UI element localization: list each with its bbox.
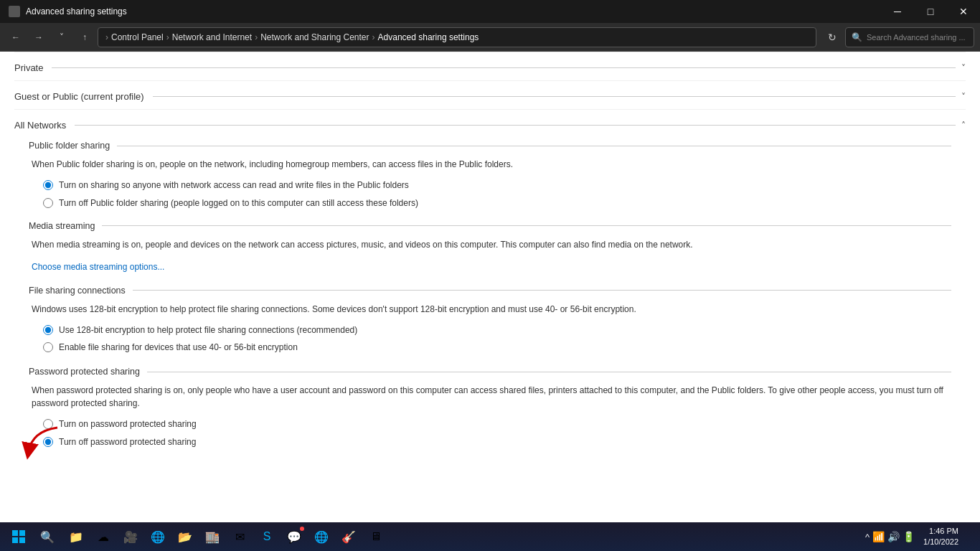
guest-chevron-icon: ˅ [961, 92, 966, 102]
taskbar-clock[interactable]: 1:46 PM 1/10/2022 [923, 526, 964, 548]
public-folder-radio-2[interactable] [43, 198, 53, 208]
window-title: Advanced sharing settings [26, 6, 127, 17]
public-folder-label-1: Turn on sharing so anyone with network a… [59, 179, 409, 192]
svg-rect-1 [12, 530, 18, 536]
taskbar-chrome2-icon[interactable]: 🎸 [336, 524, 362, 550]
password-protected-label-1: Turn on password protected sharing [59, 418, 197, 430]
taskbar-mail-icon[interactable]: ✉ [227, 524, 253, 550]
taskbar-search-button[interactable]: 🔍 [34, 524, 60, 550]
public-folder-option-1: Turn on sharing so anyone with network a… [43, 179, 951, 192]
path-current: Advanced sharing settings [378, 32, 479, 42]
minimize-button[interactable]: ─ [881, 0, 914, 23]
guest-section-line [153, 96, 956, 97]
system-tray: ^ 📶 🔊 🔋 [861, 531, 919, 542]
all-networks-line [75, 125, 956, 126]
tray-expand-icon[interactable]: ^ [865, 532, 870, 542]
maximize-button[interactable]: □ [914, 0, 947, 23]
file-sharing-radio-1[interactable] [43, 325, 53, 335]
password-protected-line [147, 372, 951, 372]
password-protected-option-2: Turn off password protected sharing [43, 436, 951, 448]
taskbar-chrome-icon[interactable]: 🌐 [308, 524, 334, 550]
taskbar-onedrive-icon[interactable]: ☁ [90, 524, 116, 550]
file-sharing-label-1: Use 128-bit encryption to help protect f… [59, 324, 357, 336]
address-bar: ← → ˅ ↑ › Control Panel › Network and In… [0, 23, 980, 52]
password-protected-label-2: Turn off password protected sharing [59, 436, 196, 448]
search-placeholder: Search Advanced sharing ... [867, 33, 966, 42]
file-sharing-radio-2[interactable] [43, 342, 53, 352]
network-icon[interactable]: 📶 [872, 531, 885, 542]
taskbar-skype-icon[interactable]: S [254, 524, 280, 550]
taskbar-whatsapp-icon[interactable]: 💬 [281, 524, 307, 550]
guest-section-title: Guest or Public (current profile) [14, 91, 144, 102]
window-controls: ─ □ ✕ [881, 0, 980, 23]
path-separator-3: › [372, 32, 375, 42]
password-protected-radio-1[interactable] [43, 419, 53, 429]
taskbar-system-icon[interactable]: 🖥 [363, 524, 389, 550]
guest-section-header[interactable]: Guest or Public (current profile) ˅ [14, 80, 966, 109]
all-networks-content: Public folder sharing When Public folder… [14, 141, 966, 466]
private-section-header[interactable]: Private ˅ [14, 52, 966, 80]
taskbar: 🔍 📁 ☁ 🎥 🌐 📂 🏬 ✉ S 💬 🌐 🎸 🖥 ^ 📶 🔊 🔋 1:46 P… [0, 522, 980, 551]
taskbar-apps: 📁 ☁ 🎥 🌐 📂 🏬 ✉ S 💬 🌐 🎸 🖥 [63, 524, 389, 550]
taskbar-right: ^ 📶 🔊 🔋 1:46 PM 1/10/2022 [861, 524, 974, 550]
file-sharing-option-1: Use 128-bit encryption to help protect f… [43, 324, 951, 336]
svg-rect-2 [19, 530, 25, 536]
media-streaming-description: When media streaming is on, people and d… [29, 238, 951, 251]
path-separator-1: › [166, 32, 169, 42]
close-button[interactable]: ✕ [947, 0, 980, 23]
dropdown-button[interactable]: ˅ [52, 27, 72, 47]
media-streaming-link[interactable]: Choose media streaming options... [32, 262, 164, 272]
refresh-button[interactable]: ↻ [822, 27, 842, 47]
private-chevron-icon: ˅ [961, 63, 966, 73]
search-box[interactable]: 🔍 Search Advanced sharing ... [845, 27, 974, 47]
path-network-sharing[interactable]: Network and Sharing Center [260, 32, 369, 42]
password-protected-radio-2[interactable] [43, 437, 53, 447]
public-folder-radio-1[interactable] [43, 180, 53, 190]
title-bar: Advanced sharing settings ─ □ ✕ [0, 0, 980, 23]
file-sharing-option-2: Enable file sharing for devices that use… [43, 342, 951, 354]
file-sharing-line [133, 290, 951, 291]
start-button[interactable] [6, 524, 32, 550]
public-folder-line [117, 146, 951, 146]
password-protected-subsection-header: Password protected sharing [29, 367, 951, 377]
app-icon [9, 6, 20, 17]
windows-logo-icon [12, 530, 25, 543]
public-folder-description: When Public folder sharing is on, people… [29, 158, 951, 171]
show-desktop-button[interactable] [969, 524, 974, 550]
file-sharing-label-2: Enable file sharing for devices that use… [59, 342, 298, 354]
taskbar-date-value: 1/10/2022 [923, 537, 958, 547]
file-sharing-description: Windows uses 128-bit encryption to help … [29, 303, 951, 316]
battery-icon[interactable]: 🔋 [903, 531, 915, 542]
taskbar-store-icon[interactable]: 🏬 [199, 524, 225, 550]
path-network-internet[interactable]: Network and Internet [172, 32, 252, 42]
taskbar-explorer-icon[interactable]: 📁 [63, 524, 89, 550]
media-streaming-title: Media streaming [29, 221, 95, 231]
media-streaming-line [102, 225, 951, 226]
back-button[interactable]: ← [6, 27, 26, 47]
public-folder-subsection-header: Public folder sharing [29, 141, 951, 151]
file-sharing-subsection-header: File sharing connections [29, 286, 951, 296]
up-button[interactable]: ↑ [75, 27, 95, 47]
password-protected-description: When password protected sharing is on, o… [29, 384, 951, 410]
path-control-panel[interactable]: Control Panel [111, 32, 164, 42]
taskbar-edge-icon[interactable]: 🌐 [145, 524, 171, 550]
path-separator-2: › [255, 32, 258, 42]
volume-icon[interactable]: 🔊 [887, 531, 900, 542]
public-folder-label-2: Turn off Public folder sharing (people l… [59, 197, 418, 209]
all-networks-section-header[interactable]: All Networks ˄ [14, 109, 966, 138]
svg-rect-3 [12, 537, 18, 543]
taskbar-zoom-icon[interactable]: 🎥 [118, 524, 143, 550]
private-section-line [52, 67, 956, 68]
address-path[interactable]: › Control Panel › Network and Internet ›… [98, 27, 816, 47]
forward-button[interactable]: → [29, 27, 49, 47]
taskbar-files-icon[interactable]: 📂 [172, 524, 198, 550]
password-protected-option-1: Turn on password protected sharing [43, 418, 951, 430]
password-protected-title: Password protected sharing [29, 367, 140, 377]
svg-rect-4 [19, 537, 25, 543]
media-streaming-subsection-header: Media streaming [29, 221, 951, 231]
public-folder-option-2: Turn off Public folder sharing (people l… [43, 197, 951, 209]
taskbar-search-icon: 🔍 [40, 530, 55, 544]
public-folder-options: Turn on sharing so anyone with network a… [29, 179, 951, 209]
all-networks-title: All Networks [14, 120, 66, 131]
all-networks-chevron-icon: ˄ [961, 121, 966, 131]
